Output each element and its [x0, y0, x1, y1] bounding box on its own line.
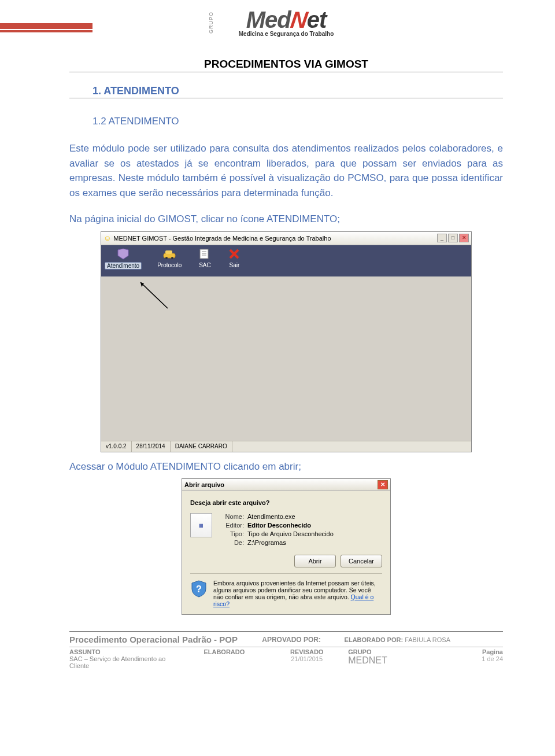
- svg-line-10: [140, 282, 168, 308]
- field-nome-label: Nome:: [218, 513, 244, 520]
- logo-block: GRUPO MedNet Medicina e Segurança do Tra…: [69, 0, 503, 47]
- sair-icon: [227, 247, 242, 261]
- close-button[interactable]: ✕: [459, 234, 469, 242]
- atendimento-icon: [116, 247, 131, 261]
- document-title: PROCEDIMENTOS VIA GIMOST: [69, 58, 503, 72]
- instruction-1: Na página inicial do GIMOST, clicar no í…: [69, 212, 503, 227]
- section-heading-1: 1. ATENDIMENTO: [69, 85, 503, 98]
- toolbar-sair[interactable]: Sair: [227, 247, 242, 268]
- field-tipo-label: Tipo:: [218, 530, 244, 537]
- status-user: DAIANE CARRARO: [171, 441, 232, 452]
- toolbar-atendimento[interactable]: Atendimento: [105, 247, 142, 270]
- field-editor-value: Editor Desconhecido: [247, 522, 311, 529]
- footer-elaborado-label: ELABORADO: [183, 647, 265, 657]
- sac-icon: [197, 247, 212, 261]
- footer-elaborado-por-label: ELABORADO POR:: [345, 636, 403, 643]
- footer-assunto-label: ASSUNTO: [69, 648, 101, 655]
- gimost-main-window: ☺ MEDNET GIMOST - Gestão Integrada de Me…: [101, 231, 472, 452]
- toolbar-atendimento-label: Atendimento: [105, 262, 142, 270]
- footer-revisado-value: 21/01/2015: [265, 655, 348, 662]
- dialog-question: Deseja abrir este arquivo?: [190, 499, 382, 506]
- svg-point-1: [165, 257, 168, 259]
- dialog-title: Abrir arquivo: [184, 481, 224, 488]
- logo-n: N: [289, 7, 309, 33]
- toolbar-protocolo[interactable]: Protocolo: [156, 247, 183, 268]
- shield-icon: ?: [190, 580, 208, 598]
- footer-pagina-value: 1 de 24: [452, 655, 503, 662]
- footer-assunto-value: SAC – Serviço de Atendimento ao Cliente: [69, 655, 165, 669]
- toolbar-sair-label: Sair: [228, 262, 241, 268]
- field-nome-value: Atendimento.exe: [247, 513, 295, 520]
- annotation-arrow: [136, 279, 171, 314]
- instruction-2: Acessar o Módulo ATENDIMENTO clicando em…: [69, 459, 503, 474]
- logo-et: et: [307, 7, 327, 32]
- footer-pagina-label: Pagina: [482, 648, 503, 655]
- open-file-dialog: Abrir arquivo ✕ Deseja abrir este arquiv…: [182, 478, 391, 615]
- window-body: [101, 276, 471, 441]
- field-tipo-value: Tipo de Arquivo Desconhecido: [247, 530, 334, 537]
- footer-pop-title: Procedimento Operacional Padrão - POP: [69, 635, 239, 644]
- field-editor-label: Editor:: [218, 522, 244, 529]
- field-de-label: De:: [218, 539, 244, 546]
- footer-grupo-value: MEDNET: [348, 655, 452, 666]
- minimize-button[interactable]: _: [437, 234, 447, 242]
- logo-med: Med: [246, 7, 291, 32]
- maximize-button[interactable]: □: [448, 234, 458, 242]
- main-toolbar: Atendimento Protocolo SAC Sair: [101, 245, 471, 281]
- window-title: MEDNET GIMOST - Gestão Integrada de Medi…: [113, 235, 331, 242]
- status-version: v1.0.0.2: [101, 441, 132, 452]
- svg-rect-0: [164, 253, 175, 258]
- svg-text:?: ?: [196, 584, 202, 594]
- page-footer: Procedimento Operacional Padrão - POP AP…: [69, 631, 503, 670]
- toolbar-sac-label: SAC: [198, 262, 212, 268]
- abrir-button[interactable]: Abrir: [294, 555, 336, 567]
- warning-text: Embora arquivos provenientes da Internet…: [213, 580, 382, 607]
- file-icon: ▦: [190, 513, 212, 537]
- dialog-divider: [190, 573, 382, 574]
- svg-rect-3: [165, 250, 172, 254]
- cancelar-button[interactable]: Cancelar: [341, 555, 382, 567]
- status-bar: v1.0.0.2 28/11/2014 DAIANE CARRARO: [101, 441, 471, 452]
- header-accent-bar-2: [0, 30, 92, 32]
- protocolo-icon: [162, 247, 177, 261]
- footer-aprovado-label: APROVADO POR:: [239, 636, 345, 644]
- field-de-value: Z:\Programas: [247, 539, 286, 546]
- toolbar-protocolo-label: Protocolo: [156, 262, 183, 268]
- header-accent-bar: [0, 23, 92, 29]
- section-heading-1-2: 1.2 ATENDIMENTO: [69, 116, 503, 127]
- footer-elaborado-por-value: FABIULA ROSA: [405, 636, 450, 643]
- svg-point-2: [171, 257, 173, 259]
- app-icon: ☺: [103, 234, 111, 242]
- status-date: 28/11/2014: [132, 441, 171, 452]
- logo-subtitle: Medicina e Segurança do Trabalho: [214, 31, 358, 37]
- logo-side-text: GRUPO: [208, 12, 214, 34]
- footer-revisado-label: REVISADO: [290, 648, 323, 655]
- intro-paragraph: Este módulo pode ser utilizado para cons…: [69, 141, 503, 200]
- dialog-titlebar: Abrir arquivo ✕: [182, 479, 390, 491]
- dialog-close-button[interactable]: ✕: [378, 480, 388, 489]
- svg-rect-4: [200, 249, 208, 259]
- toolbar-sac[interactable]: SAC: [197, 247, 212, 268]
- window-titlebar: ☺ MEDNET GIMOST - Gestão Integrada de Me…: [101, 232, 471, 245]
- footer-grupo-label: GRUPO: [348, 648, 371, 655]
